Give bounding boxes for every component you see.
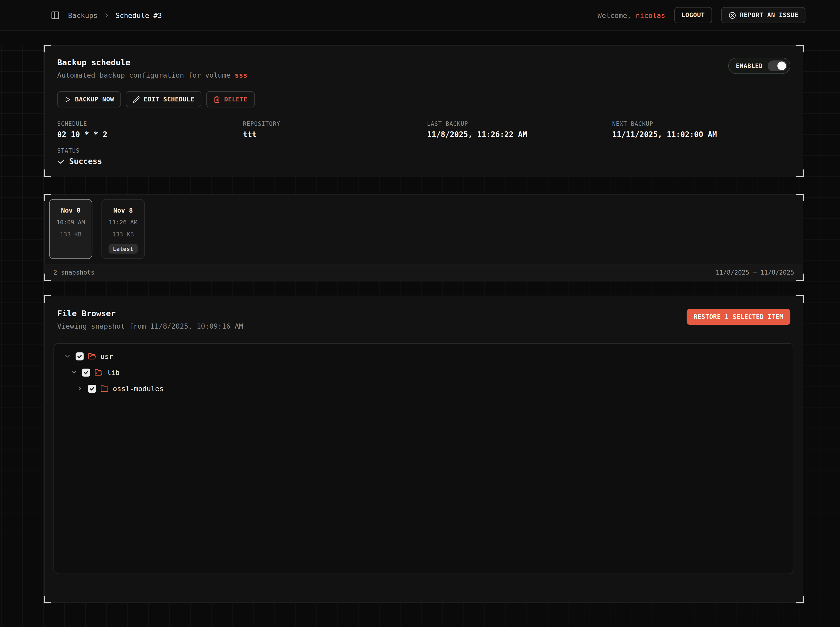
snapshot-date: Nov 8 [61, 207, 81, 214]
tree-row-usr[interactable]: usr [54, 348, 794, 364]
snapshot-tile-selected[interactable]: Nov 8 10:09 AM 133 KB [49, 199, 93, 259]
corner-bracket [796, 274, 804, 281]
report-issue-button[interactable]: REPORT AN ISSUE [721, 7, 805, 23]
corner-bracket [796, 295, 804, 302]
chevron-right-icon [103, 11, 110, 19]
snapshot-date: Nov 8 [113, 207, 133, 214]
snapshot-time: 10:09 AM [56, 219, 85, 226]
welcome-prefix: Welcome, [598, 11, 632, 19]
schedule-fields: SCHEDULE 02 10 * * 2 REPOSITORY ttt LAST… [57, 120, 790, 139]
field-schedule: SCHEDULE 02 10 * * 2 [57, 120, 243, 139]
field-label: NEXT BACKUP [612, 120, 790, 127]
field-value: 02 10 * * 2 [57, 130, 243, 139]
username: nicolas [636, 11, 665, 19]
enabled-label: ENABLED [736, 62, 763, 69]
enabled-toggle[interactable]: ENABLED [728, 58, 790, 74]
field-next-backup: NEXT BACKUP 11/11/2025, 11:02:00 AM [612, 120, 790, 139]
edit-schedule-button[interactable]: EDIT SCHEDULE [126, 91, 201, 107]
corner-bracket [796, 596, 804, 603]
play-icon [64, 96, 71, 103]
snapshot-strip: Nov 8 10:09 AM 133 KB Nov 8 11:26 AM 133… [45, 195, 803, 263]
corner-bracket [796, 45, 804, 52]
chevron-right-icon[interactable] [76, 385, 84, 392]
restore-label: RESTORE 1 SELECTED ITEM [694, 313, 783, 320]
snapshot-size: 133 KB [60, 231, 82, 238]
report-issue-label: REPORT AN ISSUE [740, 11, 799, 19]
pencil-icon [133, 96, 140, 103]
subtitle-prefix: Automated backup configuration for volum… [57, 71, 231, 79]
main-content: Backup schedule Automated backup configu… [0, 45, 840, 627]
field-label: SCHEDULE [57, 120, 243, 127]
field-last-backup: LAST BACKUP 11/8/2025, 11:26:22 AM [427, 120, 612, 139]
snapshot-time: 11:26 AM [109, 219, 137, 226]
latest-badge: Latest [109, 244, 138, 254]
snapshots-card: Nov 8 10:09 AM 133 KB Nov 8 11:26 AM 133… [44, 194, 804, 280]
field-label: LAST BACKUP [427, 120, 612, 127]
toggle-knob [777, 61, 786, 70]
field-value: 11/8/2025, 11:26:22 AM [427, 130, 612, 139]
status-value: Success [57, 157, 790, 166]
corner-bracket [44, 274, 51, 281]
file-tree-panel: usr lib [54, 343, 794, 574]
tree-label: ossl-modules [113, 384, 164, 393]
backup-now-button[interactable]: BACKUP NOW [57, 91, 121, 107]
tree-label: lib [107, 368, 119, 377]
logout-button[interactable]: LOGOUT [674, 7, 712, 23]
toggle-switch[interactable] [768, 60, 787, 71]
schedule-card-title: Backup schedule [57, 58, 247, 67]
folder-open-icon [95, 368, 103, 377]
tree-checkbox[interactable] [76, 352, 84, 360]
snapshot-size: 133 KB [112, 231, 134, 238]
corner-bracket [44, 45, 51, 52]
trash-icon [213, 96, 220, 103]
corner-bracket [44, 170, 51, 177]
file-browser-card: File Browser Viewing snapshot from 11/8/… [44, 296, 804, 603]
tree-checkbox[interactable] [88, 384, 96, 393]
corner-bracket [44, 596, 51, 603]
tree-row-ossl-modules[interactable]: ossl-modules [54, 380, 794, 397]
delete-button[interactable]: DELETE [206, 91, 254, 107]
file-browser-subtitle: Viewing snapshot from 11/8/2025, 10:09:1… [57, 322, 243, 331]
chevron-down-icon[interactable] [64, 353, 71, 360]
corner-bracket [796, 194, 804, 201]
folder-open-icon [88, 352, 96, 360]
field-label: REPOSITORY [243, 120, 427, 127]
tree-checkbox[interactable] [82, 368, 90, 377]
tree-row-lib[interactable]: lib [54, 364, 794, 380]
schedule-card-header: Backup schedule Automated backup configu… [57, 58, 790, 79]
check-icon [57, 157, 65, 165]
status-text: Success [69, 157, 102, 166]
file-browser-header: File Browser Viewing snapshot from 11/8/… [45, 309, 803, 330]
edit-schedule-label: EDIT SCHEDULE [144, 96, 194, 103]
status-label: STATUS [57, 147, 790, 154]
restore-button[interactable]: RESTORE 1 SELECTED ITEM [687, 309, 790, 325]
app-root: Backups Schedule #3 Welcome, nicolas LOG… [0, 0, 840, 627]
delete-label: DELETE [224, 96, 248, 103]
corner-bracket [44, 194, 51, 201]
logout-label: LOGOUT [681, 11, 705, 19]
snapshot-tile-latest[interactable]: Nov 8 11:26 AM 133 KB Latest [101, 199, 145, 259]
field-status: STATUS Success [57, 147, 790, 166]
field-repository: REPOSITORY ttt [243, 120, 427, 139]
topbar-right: Welcome, nicolas LOGOUT REPORT AN ISSUE [598, 7, 805, 23]
backup-now-label: BACKUP NOW [75, 96, 114, 103]
snapshot-count: 2 snapshots [54, 268, 95, 276]
sidebar-toggle-button[interactable] [47, 8, 63, 22]
snapshot-range: 11/8/2025 – 11/8/2025 [716, 268, 794, 276]
breadcrumb-backups[interactable]: Backups [68, 11, 97, 19]
top-bar: Backups Schedule #3 Welcome, nicolas LOG… [0, 0, 840, 31]
chevron-down-icon[interactable] [70, 369, 77, 376]
field-value: ttt [243, 130, 427, 139]
breadcrumb: Backups Schedule #3 [68, 11, 162, 19]
corner-bracket [796, 170, 804, 177]
breadcrumb-current: Schedule #3 [115, 11, 162, 19]
file-browser-title: File Browser [57, 309, 243, 318]
schedule-card-subtitle: Automated backup configuration for volum… [57, 71, 247, 79]
field-value: 11/11/2025, 11:02:00 AM [612, 130, 790, 139]
volume-name: sss [235, 71, 247, 79]
circle-x-icon [728, 11, 736, 19]
panel-left-icon [51, 11, 60, 20]
snapshots-footer: 2 snapshots 11/8/2025 – 11/8/2025 [45, 264, 803, 280]
schedule-actions: BACKUP NOW EDIT SCHEDULE DELETE [57, 91, 790, 107]
backup-schedule-card: Backup schedule Automated backup configu… [44, 45, 804, 176]
